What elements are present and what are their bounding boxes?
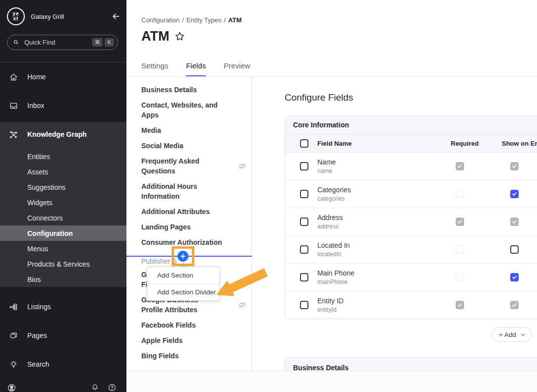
field-name-cell: Main PhonemainPhone xyxy=(317,269,436,286)
tab-settings[interactable]: Settings xyxy=(141,61,168,77)
field-section-media[interactable]: Media xyxy=(141,125,246,135)
sidebar-item-products-services[interactable]: Products & Services xyxy=(0,256,126,272)
tab-fields[interactable]: Fields xyxy=(186,61,206,77)
required-cell xyxy=(436,301,481,309)
field-name-cell: Addressaddress xyxy=(317,213,436,230)
home-icon xyxy=(9,72,18,82)
field-section-business-details[interactable]: Business Details xyxy=(141,85,246,95)
breadcrumb-entity-types[interactable]: Entity Types xyxy=(186,16,222,24)
show-on-entity-checkbox[interactable] xyxy=(510,190,519,198)
select-all-checkbox[interactable] xyxy=(300,139,308,148)
eye-slash-icon xyxy=(238,301,246,309)
required-header: Required xyxy=(436,140,481,147)
field-section-apple-fields[interactable]: Apple Fields xyxy=(141,336,246,345)
field-section-bing-fields[interactable]: Bing Fields xyxy=(141,351,246,361)
sidebar-item-widgets[interactable]: Widgets xyxy=(0,195,126,210)
sidebar-item-menus[interactable]: Menus xyxy=(0,241,126,256)
show-on-entity-checkbox[interactable] xyxy=(510,273,519,281)
bell-icon[interactable] xyxy=(91,383,100,392)
sidebar-item-label: Pages xyxy=(27,332,47,339)
field-display-name: Name xyxy=(317,158,436,167)
menu-item-add-section[interactable]: Add Section xyxy=(147,267,219,283)
sidebar-item-listings[interactable]: Listings xyxy=(0,299,126,314)
table-body: NamenameCategoriescategoriesAddressaddre… xyxy=(285,153,537,319)
sidebar-item-bios[interactable]: Bios xyxy=(0,272,126,287)
yext-logo: ye xt xyxy=(7,7,25,25)
row-select-cell xyxy=(285,190,317,198)
field-section-label: Frequently Asked Questions xyxy=(141,156,199,176)
required-cell xyxy=(436,245,481,254)
cmd-key-badge: ⌘ xyxy=(92,38,103,47)
row-checkbox[interactable] xyxy=(300,273,308,281)
field-display-name: Located In xyxy=(317,241,436,250)
tab-preview[interactable]: Preview xyxy=(224,61,250,77)
sidebar-item-knowledge-graph[interactable]: Knowledge Graph xyxy=(0,127,126,142)
field-section-frequently-asked-questions[interactable]: Frequently Asked Questions xyxy=(141,156,246,176)
field-name-cell: Entity IDentityId xyxy=(317,296,436,314)
quick-find-search[interactable]: ⌘ K xyxy=(7,35,118,50)
sidebar-item-assets[interactable]: Assets xyxy=(0,164,126,179)
row-checkbox[interactable] xyxy=(300,245,308,254)
field-display-name: Main Phone xyxy=(317,269,436,278)
annotation-arrow xyxy=(217,269,269,297)
select-all-cell xyxy=(285,139,317,148)
sidebar-item-inbox[interactable]: Inbox xyxy=(0,98,126,113)
sidebar-item-search[interactable]: Search xyxy=(0,357,126,372)
business-details-card-header: Business Details xyxy=(285,357,537,371)
annotation-highlight-box xyxy=(172,246,194,266)
row-checkbox[interactable] xyxy=(300,162,308,170)
sidebar-item-pages[interactable]: Pages xyxy=(0,328,126,343)
table-row-main-phone: Main PhonemainPhone xyxy=(285,264,537,291)
field-section-landing-pages[interactable]: Landing Pages xyxy=(141,222,246,232)
add-row: + Add xyxy=(285,327,537,342)
sidebar-item-label: Knowledge Graph xyxy=(27,130,87,138)
field-section-contact-websites-and-apps[interactable]: Contact, Websites, and Apps xyxy=(141,100,246,120)
field-section-facebook-fields[interactable]: Facebook Fields xyxy=(141,320,246,330)
show-on-entity-cell xyxy=(481,301,537,309)
table-row-located-in: Located InlocatedIn xyxy=(285,236,537,264)
breadcrumb-configuration[interactable]: Configuration xyxy=(141,16,179,24)
field-section-additional-hours-information[interactable]: Additional Hours Information xyxy=(141,181,246,201)
field-name-cell: Categoriescategories xyxy=(317,185,436,203)
sidebar-item-label: Listings xyxy=(27,303,51,311)
field-api-name: name xyxy=(317,167,436,175)
search-input[interactable] xyxy=(23,38,75,47)
shortcut-keys: ⌘ K xyxy=(92,38,114,47)
row-checkbox[interactable] xyxy=(300,301,308,309)
menu-item-add-section-divider[interactable]: Add Section Divider xyxy=(147,283,219,300)
sidebar-item-connectors[interactable]: Connectors xyxy=(0,210,126,225)
add-field-button[interactable]: + Add xyxy=(491,327,532,342)
field-api-name: entityId xyxy=(317,306,436,314)
required-checkbox xyxy=(456,301,464,309)
pages-icon xyxy=(9,331,18,340)
field-section-label: Additional Hours Information xyxy=(141,181,197,201)
required-cell xyxy=(436,218,481,226)
search-icon xyxy=(12,39,20,46)
show-on-entity-checkbox xyxy=(510,301,519,309)
show-on-entity-header: Show on Ent xyxy=(481,140,537,147)
chevron-down-icon xyxy=(520,332,526,337)
account-header: ye xt Galaxy Grill xyxy=(7,6,121,27)
eye-slash-icon xyxy=(238,162,246,170)
collapse-sidebar-arrow-icon[interactable] xyxy=(111,11,121,21)
favorite-star-icon[interactable] xyxy=(174,31,185,42)
field-section-social-media[interactable]: Social Media xyxy=(141,141,246,151)
help-icon[interactable] xyxy=(108,383,117,392)
knowledge-graph-section: Knowledge Graph EntitiesAssetsSuggestion… xyxy=(0,122,126,287)
row-checkbox[interactable] xyxy=(300,190,308,198)
sidebar-item-home[interactable]: Home xyxy=(0,69,126,84)
row-checkbox[interactable] xyxy=(300,218,308,226)
inbox-icon xyxy=(9,101,18,111)
required-cell xyxy=(436,162,481,170)
field-section-consumer-authorization[interactable]: Consumer Authorization xyxy=(141,237,246,247)
field-section-label: Business Details xyxy=(141,85,197,95)
row-select-cell xyxy=(285,245,317,254)
sidebar-item-suggestions[interactable]: Suggestions xyxy=(0,179,126,195)
breadcrumb-separator: / xyxy=(224,16,226,24)
sidebar-item-entities[interactable]: Entities xyxy=(0,149,126,164)
show-on-entity-checkbox[interactable] xyxy=(510,245,519,254)
show-on-entity-cell xyxy=(481,273,537,281)
sidebar-item-configuration[interactable]: Configuration xyxy=(0,225,126,241)
avatar-icon[interactable] xyxy=(7,383,16,392)
field-section-additional-attributes[interactable]: Additional Attributes xyxy=(141,207,246,217)
